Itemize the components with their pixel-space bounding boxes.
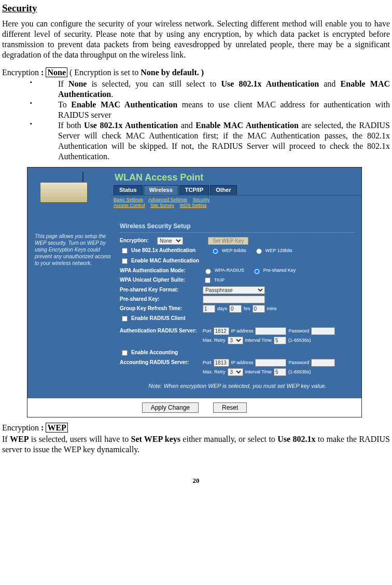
lbl-radius: Enable RADIUS Client	[131, 315, 185, 322]
bullet-2: To Enable MAC Authentication means to us…	[30, 100, 390, 120]
tab-other[interactable]: Other	[210, 185, 236, 195]
router-screenshot: WLAN Access Point Status Wireless TCP/IP…	[27, 167, 362, 417]
radio-psk[interactable]	[254, 269, 260, 274]
subtab-security[interactable]: Security	[193, 197, 210, 202]
tab-status[interactable]: Status	[114, 185, 143, 195]
page-number: 20	[2, 477, 390, 485]
subtab-wds[interactable]: WDS Setting	[180, 203, 207, 208]
acct-port-input[interactable]	[214, 359, 229, 367]
chk-mac[interactable]	[122, 258, 128, 264]
group-mins-input[interactable]	[253, 305, 265, 313]
set-wep-key-button[interactable]: Set WEP Key	[208, 237, 248, 245]
wep-paragraph: If WEP is selected, users will have to S…	[2, 434, 390, 455]
banner-title: WLAN Access Point	[110, 168, 361, 186]
bullet-1: If None is selected, you can still selec…	[30, 79, 390, 100]
lbl-wpamode: WPA Authentication Mode:	[120, 268, 201, 274]
lbl-accounting: Enable Accounting	[131, 350, 178, 356]
chk-radius[interactable]	[122, 316, 128, 322]
page-title: Security	[2, 2, 390, 15]
subtab-advanced[interactable]: Advanced Settings	[148, 197, 187, 202]
chk-accounting[interactable]	[122, 350, 128, 356]
help-sidebar-text: This page allows you setup the WEP secur…	[27, 216, 117, 398]
section-heading: Wireless Security Setup	[120, 219, 355, 233]
group-days-input[interactable]	[203, 305, 215, 313]
lbl-pskformat: Pre-shared Key Format:	[120, 287, 201, 294]
acct-ip-input[interactable]	[255, 359, 286, 367]
auth-ip-input[interactable]	[255, 327, 286, 335]
tab-wireless[interactable]: Wireless	[144, 185, 178, 195]
subtab-access[interactable]: Access Control	[114, 203, 145, 208]
auth-retry-select[interactable]: 3	[228, 337, 243, 344]
enc-none-box: None	[46, 67, 67, 77]
enc-wep-box: WEP	[46, 423, 67, 433]
wep-note: Note: When encryption WEP is selected, y…	[120, 378, 355, 395]
lbl-acctserver: Accounting RADIUS Server:	[120, 359, 201, 366]
auth-port-input[interactable]	[214, 327, 229, 335]
group-hrs-input[interactable]	[229, 305, 242, 313]
chk-tkip[interactable]	[205, 277, 211, 283]
apply-button[interactable]: Apply Change	[142, 402, 199, 413]
acct-pwd-input[interactable]	[311, 359, 335, 367]
intro-paragraph: Here you can configure the security of y…	[2, 19, 390, 60]
acct-interval-input[interactable]	[274, 368, 286, 376]
auth-interval-input[interactable]	[274, 337, 286, 344]
encryption-wep-line: Encryption : WEP	[2, 423, 390, 433]
acct-retry-select[interactable]: 3	[228, 368, 243, 376]
enc-none-suffix: ( Encryption is set to	[67, 68, 141, 77]
lbl-prekey: Pre-shared Key:	[120, 296, 201, 303]
reset-button[interactable]: Reset	[213, 402, 247, 413]
radio-wep64[interactable]	[213, 248, 218, 254]
subtab-survey[interactable]: Site Survey	[150, 203, 174, 208]
enc-prefix: Encryption	[2, 68, 41, 77]
lbl-mac: Enable MAC Authentication	[131, 258, 199, 264]
encryption-none-line: Encryption : None ( Encryption is set to…	[2, 67, 390, 78]
enc-none-tail: by default. )	[159, 68, 204, 77]
chk-8021x[interactable]	[122, 248, 128, 254]
lbl-authserver: Authentication RADIUS Server:	[120, 328, 201, 335]
lbl-cipher: WPA Unicast Cipher Suite:	[120, 277, 201, 284]
subtab-basic[interactable]: Basic Settings	[114, 197, 143, 202]
bullet-3: If both Use 802.1x Authentication and En…	[30, 120, 390, 162]
auth-pwd-input[interactable]	[311, 327, 335, 335]
psk-format-select[interactable]: Passphrase	[203, 286, 265, 294]
encryption-select[interactable]: None	[157, 237, 183, 245]
enc-none-bold: None	[141, 68, 159, 77]
psk-input[interactable]	[203, 296, 265, 303]
radio-wparadius[interactable]	[205, 269, 211, 274]
lbl-8021x: Use 802.1x Authentication	[131, 247, 203, 254]
lbl-grouptime: Group Key Refresh Time:	[120, 305, 201, 312]
tab-tcpip[interactable]: TCP/IP	[179, 185, 209, 195]
device-illustration	[27, 168, 110, 216]
radio-wep128[interactable]	[256, 248, 262, 254]
lbl-encryption: Encryption:	[120, 238, 155, 244]
